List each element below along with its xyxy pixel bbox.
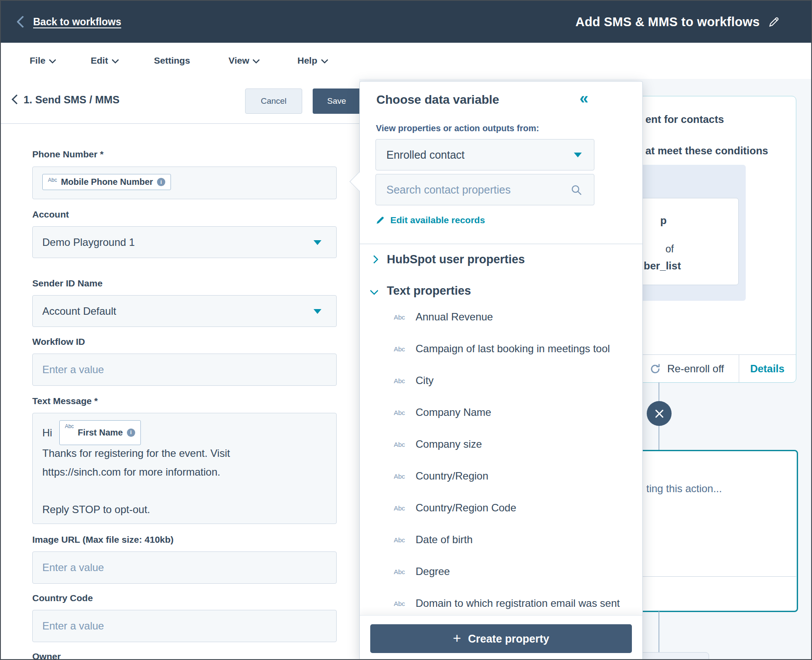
choose-data-variable-panel: Choose data variable « View properties o… [359,81,643,660]
edit-pencil-icon [375,215,385,225]
image-url-field [32,551,337,584]
trigger-text-line1: ent for contacts [645,113,724,126]
property-row[interactable]: Abc Company Name [360,404,643,421]
trigger-details-tab[interactable]: Details [739,355,796,382]
message-line-blank [42,481,327,500]
back-to-workflows-label: Back to workflows [33,16,121,28]
menu-help[interactable]: Help [297,43,327,78]
edit-available-records-link[interactable]: Edit available records [375,215,485,225]
workflow-id-field [32,354,337,386]
property-row[interactable]: Abc Campaign of last booking in meetings… [360,340,643,357]
dropdown-caret-icon [314,309,321,314]
panel-title: Choose data variable [376,93,499,107]
property-row[interactable]: Abc Country/Region Code [360,499,643,517]
property-row[interactable]: Abc Country/Region [360,467,643,485]
chevron-down-icon [370,286,379,295]
sender-id-label: Sender ID Name [32,278,102,289]
merge-token-first-name[interactable]: Abc First Name i [59,420,141,445]
country-code-field [32,610,337,642]
property-search-field [375,174,594,205]
trigger-text-line2: at meet these conditions [645,145,768,157]
workflow-editor-screen: Back to workflows Add SMS & MMS to workf… [0,0,812,660]
section-hubspot-user-properties[interactable]: HubSpot user properties [371,252,525,267]
menu-view[interactable]: View [229,43,258,78]
workflow-id-label: Workflow ID [32,337,85,347]
image-url-label: Image URL (Max file size: 410kb) [32,534,174,545]
create-property-button[interactable]: + Create property [370,624,632,653]
menu-settings[interactable]: Settings [154,43,190,78]
reenroll-label: Re-enroll off [667,363,724,375]
account-select[interactable]: Demo Playground 1 [32,226,337,258]
message-line: https://sinch.com for more information. [42,463,327,481]
collapse-panel-icon[interactable]: « [580,89,588,108]
panel-subtitle: View properties or action outputs from: [376,123,539,133]
info-icon[interactable]: i [127,429,135,437]
merge-token-mobile-phone-number[interactable]: Abc Mobile Phone Number i [42,174,171,190]
menu-file[interactable]: File [30,43,55,78]
phone-number-label: Phone Number * [32,149,103,160]
message-line: Reply STOP to opt-out. [42,500,327,519]
workflow-id-input[interactable] [33,354,336,385]
info-icon[interactable]: i [157,178,165,186]
selected-action-card[interactable] [629,450,798,612]
text-message-label: Text Message * [32,396,98,406]
close-icon [655,409,664,418]
cancel-button[interactable]: Cancel [245,88,302,114]
back-chevron-icon [17,16,29,28]
property-row[interactable]: Abc Annual Revenue [360,308,643,326]
section-text-properties[interactable]: Text properties [371,283,471,299]
property-row[interactable]: Abc Degree [360,563,643,580]
menu-bar [1,43,811,79]
chevron-right-icon [370,255,379,264]
search-icon [570,184,583,196]
filter-fragment-bottom: ber_list [644,260,681,272]
delete-action-button[interactable] [647,401,672,426]
property-row[interactable]: Abc Company size [360,435,643,453]
message-line: Thanks for registering for the event. Vi… [42,444,327,463]
panel-footer: + Create property [360,615,643,660]
property-search-input[interactable] [376,174,594,205]
image-url-input[interactable] [33,552,336,583]
property-row[interactable]: Abc City [360,372,643,389]
filter-fragment-top: p [660,214,667,227]
filter-fragment-mid: of [665,243,674,255]
refresh-icon [649,363,661,375]
panel-divider [360,244,643,244]
sender-id-select[interactable]: Account Default [32,295,337,327]
property-row[interactable]: Abc Date of birth [360,531,643,548]
back-to-workflows-link[interactable]: Back to workflows [18,1,121,43]
text-message-editor[interactable]: Hi Abc First Name i Thanks for registeri… [32,413,337,524]
phone-number-field[interactable]: Abc Mobile Phone Number i [32,167,337,199]
property-row[interactable]: Abc Domain to which registration email w… [360,595,643,612]
workflow-title-group: Add SMS & MMS to workflows [576,1,780,43]
dropdown-caret-icon [314,240,321,245]
connector-line [658,611,659,652]
account-label: Account [32,209,69,220]
plus-icon: + [453,631,461,645]
reenroll-toggle[interactable]: Re-enroll off [649,363,724,375]
action-card-divider [631,576,796,577]
country-code-label: Country Code [32,593,93,603]
dropdown-caret-icon [574,153,582,157]
menu-edit[interactable]: Edit [91,43,117,78]
save-button[interactable]: Save [313,88,361,114]
rename-workflow-pencil-icon[interactable] [768,16,780,27]
workflow-title: Add SMS & MMS to workflows [576,15,760,29]
owner-label: Owner [32,651,61,660]
step-title: 1. Send SMS / MMS [24,94,119,106]
country-code-input[interactable] [33,610,336,642]
action-card-text: ting this action... [646,483,722,495]
source-select[interactable]: Enrolled contact [375,139,594,170]
